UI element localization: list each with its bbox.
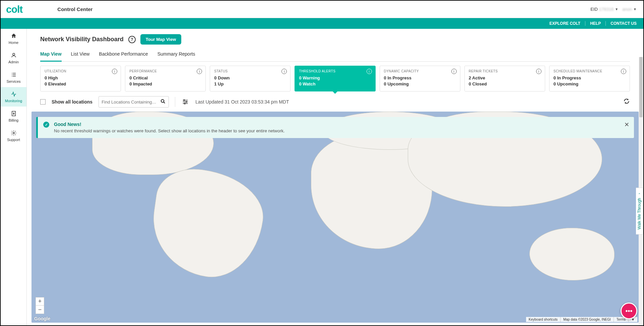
svg-point-4 <box>184 100 185 101</box>
sidebar-item-label: Services <box>6 79 20 83</box>
card-line: 0 In Progress <box>384 75 456 81</box>
card-dynamic-capacity[interactable]: i DYNAMIC CAPACITY 0 In Progress 0 Upcom… <box>380 66 460 91</box>
card-line: 2 Active <box>469 75 541 81</box>
sidebar-item-label: Admin <box>8 60 19 64</box>
refresh-icon[interactable] <box>623 98 630 106</box>
billing-icon <box>10 110 17 117</box>
filter-sliders-icon[interactable] <box>181 98 189 106</box>
chevron-down-icon: ▼ <box>633 7 637 11</box>
location-search[interactable] <box>99 96 169 108</box>
card-line: 1 Up <box>214 81 286 87</box>
filter-row: Show all locations Last Updated 31 Oct 2… <box>27 91 643 112</box>
card-line: 0 Warning <box>299 75 371 81</box>
walk-me-through-tab[interactable]: Walk Me Through ⌃ <box>636 188 643 235</box>
tab-summary-reports[interactable]: Summary Reports <box>157 51 195 61</box>
eid-dropdown[interactable]: EID 178316 ▼ <box>590 7 618 12</box>
user-dropdown[interactable]: anon ▼ <box>622 7 637 12</box>
map-footer: Keyboard shortcuts Map data ©2023 Google… <box>526 317 637 322</box>
card-line: 0 High <box>45 75 117 81</box>
card-title: PERFORMANCE <box>129 69 201 73</box>
card-line: 0 Impacted <box>129 81 201 87</box>
svg-point-0 <box>13 53 15 55</box>
search-input[interactable] <box>102 100 160 105</box>
divider <box>175 97 175 107</box>
utility-link-bar: EXPLORE COLT HELP CONTACT US <box>1 18 643 29</box>
app-title: Control Center <box>57 6 92 12</box>
chat-bubble-button[interactable]: ••• <box>621 303 637 319</box>
card-repair-tickets[interactable]: i REPAIR TICKETS 2 Active 0 Closed <box>464 66 545 91</box>
alert-title: Good News! <box>54 122 621 127</box>
eid-prefix: EID <box>590 7 598 12</box>
gear-icon <box>10 130 17 136</box>
info-icon[interactable]: i <box>112 69 117 74</box>
card-performance[interactable]: i PERFORMANCE 0 Critical 0 Impacted <box>125 66 206 91</box>
help-icon[interactable]: ? <box>128 36 136 43</box>
eid-value: 178316 <box>599 7 614 12</box>
chevron-up-icon: ⌃ <box>638 193 641 196</box>
walk-label: Walk Me Through <box>637 198 642 229</box>
show-all-checkbox[interactable] <box>40 99 46 105</box>
card-line: 0 Closed <box>469 81 541 87</box>
card-threshold-alerts[interactable]: i THRESHOLD ALERTS 0 Warning 0 Watch <box>295 66 375 91</box>
stat-cards-row: i UTILIZATION 0 High 0 Elevated i PERFOR… <box>27 62 643 91</box>
home-icon <box>10 32 17 39</box>
search-icon[interactable] <box>160 99 166 106</box>
world-map[interactable]: ✓ Good News! No recent threshold warning… <box>31 112 639 323</box>
sidebar-item-label: Support <box>7 138 20 142</box>
sidebar-item-support[interactable]: Support <box>1 126 26 145</box>
map-land <box>529 228 615 280</box>
contact-link[interactable]: CONTACT US <box>606 21 637 26</box>
sidebar-item-monitoring[interactable]: Monitoring <box>1 87 26 107</box>
card-line: 0 Down <box>214 75 286 81</box>
card-scheduled-maintenance[interactable]: i SCHEDULED MAINTENANCE 0 In Progress 0 … <box>549 66 630 91</box>
activity-icon <box>10 91 17 97</box>
info-icon[interactable]: i <box>451 69 457 74</box>
card-title: SCHEDULED MAINTENANCE <box>554 69 626 73</box>
info-icon[interactable]: i <box>621 69 626 74</box>
zoom-out-button[interactable]: − <box>36 306 44 314</box>
help-link[interactable]: HELP <box>585 21 606 26</box>
map-data-text: Map data ©2023 Google, INEGI <box>560 317 614 322</box>
card-title: STATUS <box>214 69 286 73</box>
close-icon[interactable]: ✕ <box>624 121 629 128</box>
google-logo: Google <box>34 316 50 321</box>
info-icon[interactable]: i <box>536 69 541 74</box>
tab-backbone-performance[interactable]: Backbone Performance <box>99 51 148 61</box>
card-line: 0 Watch <box>299 81 371 87</box>
info-icon[interactable]: i <box>281 69 287 74</box>
map-land <box>146 164 269 283</box>
keyboard-shortcuts-link[interactable]: Keyboard shortcuts <box>526 317 560 322</box>
alert-message: No recent threshold warnings or watches … <box>54 128 621 133</box>
sidebar-item-services[interactable]: Services <box>1 68 26 87</box>
card-title: REPAIR TICKETS <box>469 69 541 73</box>
show-all-label[interactable]: Show all locations <box>52 99 92 105</box>
explore-link[interactable]: EXPLORE COLT <box>545 21 585 26</box>
user-icon <box>10 52 17 59</box>
map-zoom-control: + − <box>36 297 44 314</box>
card-line: 0 In Progress <box>554 75 626 81</box>
tab-map-view[interactable]: Map View <box>40 51 62 62</box>
good-news-alert: ✓ Good News! No recent threshold warning… <box>36 117 634 138</box>
chevron-down-icon: ▼ <box>615 7 618 11</box>
card-utilization[interactable]: i UTILIZATION 0 High 0 Elevated <box>40 66 121 91</box>
user-name: anon <box>622 7 632 12</box>
check-circle-icon: ✓ <box>43 122 49 128</box>
card-title: DYNAMIC CAPACITY <box>384 69 456 73</box>
tour-map-view-button[interactable]: Tour Map View <box>140 34 182 45</box>
info-icon[interactable]: i <box>197 69 202 74</box>
svg-point-6 <box>184 103 185 104</box>
list-icon <box>10 71 17 78</box>
card-line: 0 Upcoming <box>554 81 626 87</box>
sidebar-item-home[interactable]: Home <box>1 29 26 48</box>
card-status[interactable]: i STATUS 0 Down 1 Up <box>210 66 291 91</box>
card-line: 0 Upcoming <box>384 81 456 87</box>
tab-list-view[interactable]: List View <box>71 51 90 61</box>
zoom-in-button[interactable]: + <box>36 298 44 306</box>
sidebar-item-admin[interactable]: Admin <box>1 48 26 68</box>
sidebar-item-label: Billing <box>9 118 18 122</box>
top-bar: colt Control Center EID 178316 ▼ anon ▼ <box>1 1 643 18</box>
sidebar-item-billing[interactable]: Billing <box>1 107 26 126</box>
view-tabs: Map View List View Backbone Performance … <box>40 51 630 62</box>
info-icon[interactable]: i <box>367 69 372 74</box>
svg-point-2 <box>13 132 14 134</box>
